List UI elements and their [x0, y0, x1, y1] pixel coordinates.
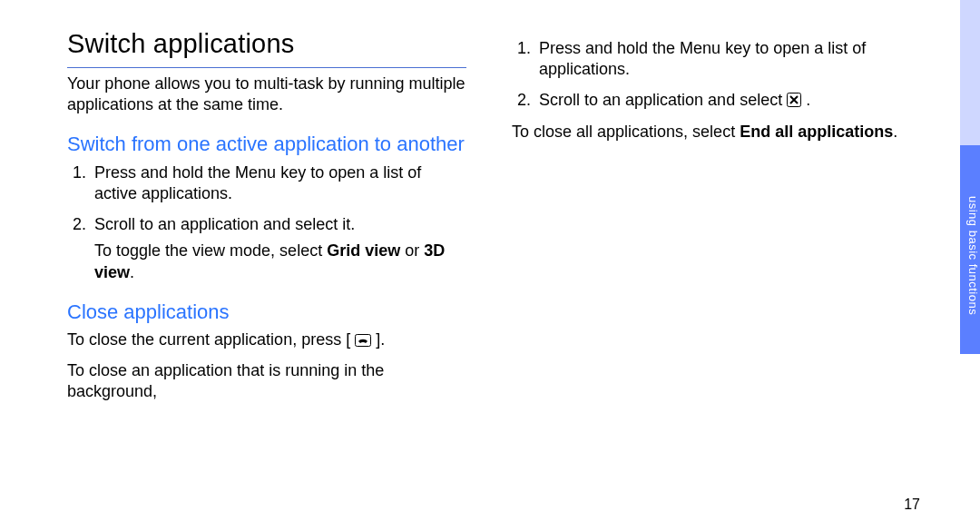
- text-fragment: .: [893, 123, 897, 141]
- close-background-text: To close an application that is running …: [67, 360, 466, 403]
- close-all-text: To close all applications, select End al…: [512, 122, 911, 143]
- side-tab-label: using basic functions: [960, 145, 980, 354]
- text-fragment: Scroll to an application and select: [539, 91, 787, 109]
- bold-grid-view: Grid view: [327, 241, 400, 260]
- switch-step-2-main: Scroll to an application and select it.: [94, 215, 355, 233]
- left-column: Switch applications Your phone allows yo…: [67, 25, 466, 410]
- content-columns: Switch applications Your phone allows yo…: [67, 25, 920, 410]
- close-steps-list: Press and hold the Menu key to open a li…: [512, 38, 911, 113]
- text-fragment: To close the current application, press …: [67, 330, 350, 349]
- text-fragment: To close all applications, select: [512, 123, 740, 141]
- switch-step-2-sub: To toggle the view mode, select Grid vie…: [94, 241, 466, 283]
- switch-step-1: Press and hold the Menu key to open a li…: [91, 162, 466, 205]
- section-title: Switch applications: [67, 25, 466, 68]
- close-x-icon: [787, 92, 801, 113]
- subhead-switch: Switch from one active application to an…: [67, 132, 466, 157]
- switch-step-2: Scroll to an application and select it. …: [91, 214, 466, 283]
- end-call-icon: [355, 331, 371, 352]
- text-fragment: .: [130, 263, 134, 281]
- text-fragment: ].: [376, 330, 385, 349]
- manual-page: using basic functions Switch application…: [0, 0, 980, 531]
- page-number: 17: [904, 497, 920, 513]
- bold-end-all: End all applications: [740, 123, 893, 141]
- switch-steps-list: Press and hold the Menu key to open a li…: [67, 162, 466, 283]
- side-tab-spacer: [960, 0, 980, 145]
- right-column: Press and hold the Menu key to open a li…: [512, 25, 911, 410]
- close-current-text: To close the current application, press …: [67, 329, 466, 352]
- text-fragment: .: [806, 91, 810, 109]
- subhead-close: Close applications: [67, 300, 466, 325]
- text-fragment: or: [400, 241, 424, 260]
- text-fragment: To toggle the view mode, select: [94, 241, 327, 260]
- close-step-1: Press and hold the Menu key to open a li…: [535, 38, 911, 81]
- close-step-2: Scroll to an application and select .: [535, 90, 911, 113]
- intro-text: Your phone allows you to multi-task by r…: [67, 74, 466, 116]
